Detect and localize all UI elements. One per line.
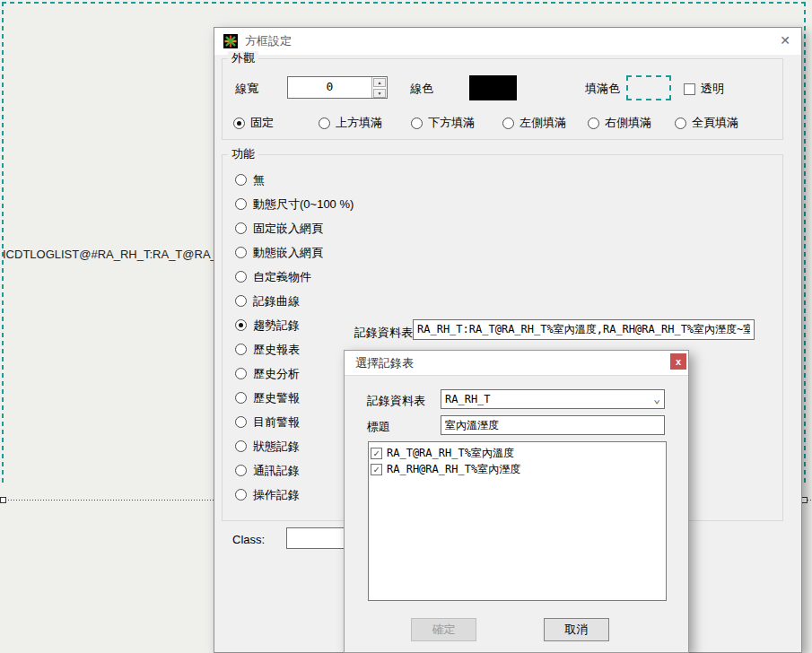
record-item-list[interactable]: ✓RA_T@RA_RH_T%室內溫度✓RA_RH@RA_RH_T%室內溼度 <box>368 441 667 601</box>
close-icon[interactable]: ✕ <box>780 33 790 48</box>
radio-circle <box>235 222 247 234</box>
radio-function-13[interactable]: 操作記錄 <box>235 483 354 507</box>
radio-label: 動態嵌入網頁 <box>253 245 323 261</box>
radio-function-7[interactable]: 歷史報表 <box>235 337 354 361</box>
radio-circle <box>235 440 247 452</box>
radio-function-0[interactable]: 無 <box>235 168 354 192</box>
app-asterisk-icon <box>223 34 238 48</box>
select-record-table-label: 記錄資料表 <box>367 393 425 409</box>
radio-function-4[interactable]: 自定義物件 <box>235 265 354 289</box>
record-table-dropdown[interactable]: RA_RH_T ⌄ <box>441 389 665 409</box>
select-record-table-dialog: 選擇記錄表 x 記錄資料表 RA_RH_T ⌄ 標題 ✓RA_T@RA_RH_T… <box>344 350 689 653</box>
radio-circle <box>235 368 247 379</box>
radio-circle <box>588 118 599 129</box>
ok-button[interactable]: 確定 <box>411 618 476 641</box>
radio-function-5[interactable]: 記錄曲線 <box>235 289 354 313</box>
radio-label: 上方填滿 <box>336 115 382 131</box>
title-field-input[interactable] <box>441 415 665 435</box>
radio-function-2[interactable]: 固定嵌入網頁 <box>235 216 354 240</box>
radio-label: 記錄曲線 <box>253 293 300 309</box>
fill-mode-options: 固定上方填滿下方填滿左側填滿右側填滿全頁填滿 <box>223 114 784 132</box>
radio-circle <box>235 174 247 186</box>
line-color-swatch[interactable] <box>469 75 517 100</box>
radio-label: 歷史報表 <box>253 342 300 358</box>
line-width-spinner[interactable]: 0 ▲ ▼ <box>287 76 388 99</box>
function-group-label: 功能 <box>228 147 258 161</box>
radio-function-3[interactable]: 動態嵌入網頁 <box>235 240 354 265</box>
radio-fill-mode-0[interactable]: 固定 <box>233 114 274 132</box>
radio-circle <box>235 489 247 501</box>
radio-label: 歷史分析 <box>253 366 300 382</box>
radio-circle <box>319 118 330 129</box>
radio-label: 操作記錄 <box>253 487 300 503</box>
record-table-input[interactable] <box>413 319 755 340</box>
appearance-group: 外觀 線寬 0 ▲ ▼ 線色 填滿色 透明 固定上方填滿下方填滿左側填滿右側填滿… <box>222 58 783 140</box>
radio-function-6[interactable]: 趨勢記錄 <box>235 313 354 337</box>
radio-circle <box>235 416 247 428</box>
radio-label: 趨勢記錄 <box>253 318 300 334</box>
spin-down-icon[interactable]: ▼ <box>373 89 386 98</box>
record-item-0[interactable]: ✓RA_T@RA_RH_T%室內溫度 <box>371 445 664 461</box>
radio-circle <box>235 271 247 283</box>
radio-fill-mode-1[interactable]: 上方填滿 <box>319 114 382 132</box>
radio-fill-mode-4[interactable]: 右側填滿 <box>588 114 651 132</box>
radio-label: 動態尺寸(0~100 %) <box>253 196 354 213</box>
radio-label: 目前警報 <box>253 414 300 431</box>
radio-circle <box>411 118 423 129</box>
transparent-label: 透明 <box>701 81 724 97</box>
radio-label: 通訊記錄 <box>253 463 300 479</box>
radio-circle <box>235 247 247 258</box>
spin-up-icon[interactable]: ▲ <box>373 78 386 87</box>
radio-label: 歷史警報 <box>253 390 300 406</box>
function-options: 無動態尺寸(0~100 %)固定嵌入網頁動態嵌入網頁自定義物件記錄曲線趨勢記錄歷… <box>235 168 354 507</box>
radio-function-12[interactable]: 通訊記錄 <box>235 458 354 483</box>
radio-fill-mode-2[interactable]: 下方填滿 <box>411 114 475 132</box>
selection-border-left <box>2 2 4 484</box>
radio-circle <box>235 319 247 331</box>
line-width-label: 線寬 <box>235 81 258 97</box>
chevron-down-icon: ⌄ <box>653 395 660 404</box>
fill-color-swatch[interactable] <box>626 75 671 100</box>
radio-function-8[interactable]: 歷史分析 <box>235 361 354 386</box>
radio-label: 無 <box>253 172 265 188</box>
record-item-1[interactable]: ✓RA_RH@RA_RH_T%室內溼度 <box>371 461 664 477</box>
close-icon-red[interactable]: x <box>670 353 686 370</box>
line-color-label: 線色 <box>410 81 433 97</box>
title-field-label: 標題 <box>367 419 390 435</box>
radio-circle <box>235 465 247 476</box>
radio-fill-mode-5[interactable]: 全頁填滿 <box>675 114 738 132</box>
select-dialog-title: 選擇記錄表 <box>355 355 414 371</box>
radio-circle <box>235 198 247 210</box>
radio-function-10[interactable]: 目前警報 <box>235 410 354 434</box>
radio-circle <box>675 118 686 129</box>
radio-function-1[interactable]: 動態尺寸(0~100 %) <box>235 192 354 216</box>
cancel-button[interactable]: 取消 <box>544 618 609 641</box>
radio-label: 左側填滿 <box>520 115 566 131</box>
transparent-checkbox[interactable] <box>684 83 695 95</box>
selection-handle-right[interactable] <box>801 497 808 503</box>
radio-function-9[interactable]: 歷史警報 <box>235 386 354 410</box>
radio-label: 固定嵌入網頁 <box>253 221 323 237</box>
record-table-dropdown-value: RA_RH_T <box>445 393 653 405</box>
line-width-value[interactable]: 0 <box>288 77 371 98</box>
checkbox[interactable]: ✓ <box>371 448 382 459</box>
radio-circle <box>235 295 247 307</box>
fill-color-label: 填滿色 <box>585 81 620 97</box>
select-dialog-titlebar[interactable]: 選擇記錄表 x <box>345 351 688 376</box>
record-item-label: RA_T@RA_RH_T%室內溫度 <box>387 446 514 461</box>
radio-label: 自定義物件 <box>253 269 311 285</box>
box-settings-titlebar[interactable]: 方框設定 ✕ <box>214 28 801 55</box>
radio-label: 固定 <box>250 115 274 131</box>
radio-circle <box>233 118 245 129</box>
radio-function-11[interactable]: 狀態記錄 <box>235 434 354 458</box>
radio-label: 下方填滿 <box>428 115 475 131</box>
checkbox[interactable]: ✓ <box>371 464 382 475</box>
selection-border-right <box>804 2 806 484</box>
transparent-checkbox-row[interactable]: 透明 <box>684 81 724 97</box>
radio-label: 右側填滿 <box>605 115 651 131</box>
radio-fill-mode-3[interactable]: 左側填滿 <box>502 114 566 132</box>
class-label: Class: <box>232 533 265 546</box>
radio-label: 全頁填滿 <box>692 115 738 131</box>
radio-circle <box>235 392 247 404</box>
selection-handle-left[interactable] <box>0 497 6 503</box>
